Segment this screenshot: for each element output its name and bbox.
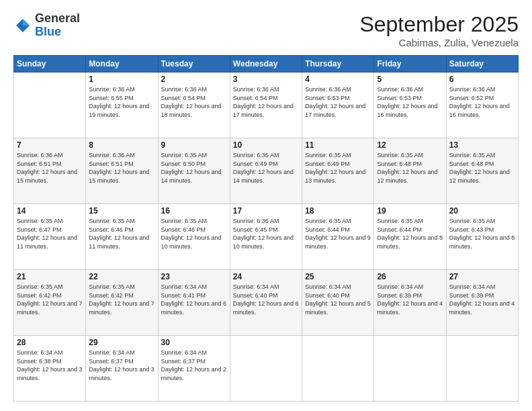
day-number: 8 bbox=[89, 140, 154, 150]
calendar-cell: 6Sunrise: 6:36 AMSunset: 6:52 PMDaylight… bbox=[446, 73, 518, 138]
col-sunday: Sunday bbox=[14, 56, 86, 73]
day-number: 29 bbox=[89, 338, 154, 347]
day-info: Sunrise: 6:34 AMSunset: 6:37 PMDaylight:… bbox=[89, 349, 154, 382]
day-number: 14 bbox=[17, 206, 83, 216]
day-info: Sunrise: 6:35 AMSunset: 6:43 PMDaylight:… bbox=[449, 217, 515, 250]
calendar-cell bbox=[14, 73, 86, 138]
calendar-cell: 23Sunrise: 6:34 AMSunset: 6:41 PMDayligh… bbox=[158, 270, 230, 336]
month-title: September 2025 bbox=[359, 12, 519, 37]
header: General Blue September 2025 Cabimas, Zul… bbox=[13, 12, 519, 48]
calendar-cell: 27Sunrise: 6:34 AMSunset: 6:39 PMDayligh… bbox=[446, 270, 518, 336]
day-number: 7 bbox=[17, 140, 83, 150]
day-number: 27 bbox=[449, 272, 515, 281]
day-number: 5 bbox=[377, 75, 443, 84]
day-number: 18 bbox=[305, 206, 371, 216]
day-number: 11 bbox=[305, 140, 371, 150]
calendar-cell: 17Sunrise: 6:35 AMSunset: 6:45 PMDayligh… bbox=[230, 204, 302, 270]
day-info: Sunrise: 6:34 AMSunset: 6:40 PMDaylight:… bbox=[233, 283, 299, 316]
day-info: Sunrise: 6:35 AMSunset: 6:46 PMDaylight:… bbox=[161, 217, 227, 250]
week-row-1: 7Sunrise: 6:36 AMSunset: 6:51 PMDaylight… bbox=[14, 138, 519, 204]
day-number: 28 bbox=[17, 338, 83, 347]
calendar-table: Sunday Monday Tuesday Wednesday Thursday… bbox=[13, 55, 519, 402]
day-number: 6 bbox=[449, 75, 515, 84]
day-number: 30 bbox=[161, 338, 227, 347]
day-info: Sunrise: 6:35 AMSunset: 6:44 PMDaylight:… bbox=[377, 217, 443, 250]
day-number: 13 bbox=[449, 140, 515, 150]
calendar-cell: 10Sunrise: 6:35 AMSunset: 6:49 PMDayligh… bbox=[230, 138, 302, 204]
day-number: 19 bbox=[377, 206, 443, 216]
day-info: Sunrise: 6:35 AMSunset: 6:47 PMDaylight:… bbox=[17, 217, 83, 250]
day-info: Sunrise: 6:36 AMSunset: 6:53 PMDaylight:… bbox=[305, 85, 371, 119]
col-friday: Friday bbox=[374, 56, 446, 73]
day-number: 4 bbox=[305, 75, 371, 84]
calendar-cell bbox=[374, 336, 446, 402]
location: Cabimas, Zulia, Venezuela bbox=[359, 37, 519, 48]
day-info: Sunrise: 6:35 AMSunset: 6:44 PMDaylight:… bbox=[305, 217, 371, 250]
logo: General Blue bbox=[13, 12, 80, 39]
calendar-cell bbox=[302, 336, 374, 402]
logo-blue: Blue bbox=[35, 25, 61, 38]
day-number: 22 bbox=[89, 272, 154, 281]
day-info: Sunrise: 6:36 AMSunset: 6:55 PMDaylight:… bbox=[89, 85, 154, 119]
calendar-cell: 7Sunrise: 6:36 AMSunset: 6:51 PMDaylight… bbox=[14, 138, 86, 204]
day-info: Sunrise: 6:35 AMSunset: 6:45 PMDaylight:… bbox=[233, 217, 299, 250]
day-number: 26 bbox=[377, 272, 443, 281]
day-info: Sunrise: 6:36 AMSunset: 6:51 PMDaylight:… bbox=[89, 151, 154, 185]
logo-text: General Blue bbox=[35, 12, 80, 39]
page: General Blue September 2025 Cabimas, Zul… bbox=[0, 0, 532, 411]
calendar-cell: 12Sunrise: 6:35 AMSunset: 6:48 PMDayligh… bbox=[374, 138, 446, 204]
calendar-body: 1Sunrise: 6:36 AMSunset: 6:55 PMDaylight… bbox=[14, 73, 519, 402]
col-monday: Monday bbox=[86, 56, 158, 73]
day-info: Sunrise: 6:36 AMSunset: 6:54 PMDaylight:… bbox=[161, 85, 227, 119]
day-number: 16 bbox=[161, 206, 227, 216]
calendar-cell: 20Sunrise: 6:35 AMSunset: 6:43 PMDayligh… bbox=[446, 204, 518, 270]
calendar-cell: 13Sunrise: 6:35 AMSunset: 6:48 PMDayligh… bbox=[446, 138, 518, 204]
calendar-cell: 2Sunrise: 6:36 AMSunset: 6:54 PMDaylight… bbox=[158, 73, 230, 138]
calendar-cell: 1Sunrise: 6:36 AMSunset: 6:55 PMDaylight… bbox=[86, 73, 158, 138]
day-number: 10 bbox=[233, 140, 299, 150]
day-number: 25 bbox=[305, 272, 371, 281]
day-info: Sunrise: 6:34 AMSunset: 6:39 PMDaylight:… bbox=[377, 283, 443, 316]
calendar-cell: 9Sunrise: 6:35 AMSunset: 6:50 PMDaylight… bbox=[158, 138, 230, 204]
calendar-cell: 11Sunrise: 6:35 AMSunset: 6:49 PMDayligh… bbox=[302, 138, 374, 204]
day-info: Sunrise: 6:35 AMSunset: 6:50 PMDaylight:… bbox=[161, 151, 227, 185]
week-row-3: 21Sunrise: 6:35 AMSunset: 6:42 PMDayligh… bbox=[14, 270, 519, 336]
day-number: 15 bbox=[89, 206, 154, 216]
logo-icon bbox=[13, 16, 32, 35]
day-number: 21 bbox=[17, 272, 83, 281]
title-block: September 2025 Cabimas, Zulia, Venezuela bbox=[359, 12, 519, 48]
day-info: Sunrise: 6:34 AMSunset: 6:41 PMDaylight:… bbox=[161, 283, 227, 316]
day-number: 23 bbox=[161, 272, 227, 281]
day-info: Sunrise: 6:35 AMSunset: 6:42 PMDaylight:… bbox=[17, 283, 83, 316]
day-info: Sunrise: 6:35 AMSunset: 6:42 PMDaylight:… bbox=[89, 283, 154, 316]
calendar-cell: 18Sunrise: 6:35 AMSunset: 6:44 PMDayligh… bbox=[302, 204, 374, 270]
day-info: Sunrise: 6:35 AMSunset: 6:49 PMDaylight:… bbox=[305, 151, 371, 185]
calendar-cell: 5Sunrise: 6:36 AMSunset: 6:53 PMDaylight… bbox=[374, 73, 446, 138]
day-number: 1 bbox=[89, 75, 154, 84]
day-info: Sunrise: 6:34 AMSunset: 6:39 PMDaylight:… bbox=[449, 283, 515, 316]
calendar-cell: 24Sunrise: 6:34 AMSunset: 6:40 PMDayligh… bbox=[230, 270, 302, 336]
col-saturday: Saturday bbox=[446, 56, 518, 73]
calendar-cell: 15Sunrise: 6:35 AMSunset: 6:46 PMDayligh… bbox=[86, 204, 158, 270]
calendar-cell: 16Sunrise: 6:35 AMSunset: 6:46 PMDayligh… bbox=[158, 204, 230, 270]
col-wednesday: Wednesday bbox=[230, 56, 302, 73]
day-number: 17 bbox=[233, 206, 299, 216]
day-number: 24 bbox=[233, 272, 299, 281]
calendar-cell: 14Sunrise: 6:35 AMSunset: 6:47 PMDayligh… bbox=[14, 204, 86, 270]
day-number: 3 bbox=[233, 75, 299, 84]
day-number: 12 bbox=[377, 140, 443, 150]
day-info: Sunrise: 6:35 AMSunset: 6:49 PMDaylight:… bbox=[233, 151, 299, 185]
day-info: Sunrise: 6:36 AMSunset: 6:54 PMDaylight:… bbox=[233, 85, 299, 119]
calendar-cell: 22Sunrise: 6:35 AMSunset: 6:42 PMDayligh… bbox=[86, 270, 158, 336]
calendar-cell: 28Sunrise: 6:34 AMSunset: 6:38 PMDayligh… bbox=[14, 336, 86, 402]
day-info: Sunrise: 6:36 AMSunset: 6:52 PMDaylight:… bbox=[449, 85, 515, 119]
col-tuesday: Tuesday bbox=[158, 56, 230, 73]
calendar-header-row: Sunday Monday Tuesday Wednesday Thursday… bbox=[14, 56, 519, 73]
calendar-cell: 29Sunrise: 6:34 AMSunset: 6:37 PMDayligh… bbox=[86, 336, 158, 402]
calendar-cell: 25Sunrise: 6:34 AMSunset: 6:40 PMDayligh… bbox=[302, 270, 374, 336]
day-info: Sunrise: 6:36 AMSunset: 6:51 PMDaylight:… bbox=[17, 151, 83, 185]
week-row-2: 14Sunrise: 6:35 AMSunset: 6:47 PMDayligh… bbox=[14, 204, 519, 270]
calendar-cell bbox=[230, 336, 302, 402]
svg-marker-1 bbox=[23, 19, 30, 26]
col-thursday: Thursday bbox=[302, 56, 374, 73]
